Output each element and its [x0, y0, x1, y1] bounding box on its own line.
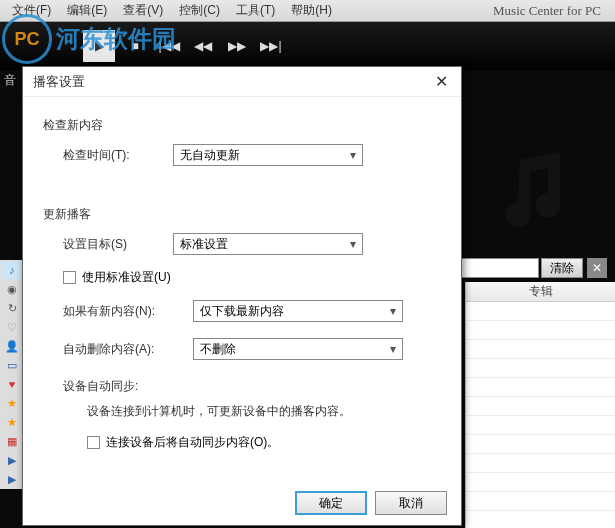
auto-sync-checkbox[interactable] [87, 436, 100, 449]
search-input[interactable] [449, 258, 539, 278]
auto-delete-value: 不删除 [200, 341, 236, 358]
list-row[interactable] [466, 454, 615, 473]
list-row[interactable] [466, 302, 615, 321]
music-note-icon [485, 140, 585, 240]
section-update: 更新播客 [43, 206, 445, 223]
list-row[interactable] [466, 416, 615, 435]
new-content-value: 仅下载最新内容 [200, 303, 284, 320]
sidebar-window-icon[interactable]: ▭ [1, 356, 23, 374]
sidebar-star2-icon[interactable]: ★ [1, 413, 23, 431]
clear-button[interactable]: 清除 [541, 258, 583, 278]
list-row[interactable] [466, 511, 615, 528]
close-icon[interactable]: ✕ [431, 72, 451, 92]
sidebar: ♪ ◉ ↻ ♡ 👤 ▭ ♥ ★ ★ ▦ ▶ ▶ [0, 260, 24, 489]
list-row[interactable] [466, 340, 615, 359]
sidebar-heart-icon[interactable]: ♡ [1, 318, 23, 336]
list-row[interactable] [466, 397, 615, 416]
sidebar-grid-icon[interactable]: ▦ [1, 432, 23, 450]
auto-delete-label: 自动删除内容(A): [63, 341, 193, 358]
dialog-titlebar: 播客设置 ✕ [23, 67, 461, 97]
target-label: 设置目标(S) [63, 236, 173, 253]
auto-delete-combo[interactable]: 不删除 [193, 338, 403, 360]
use-standard-checkbox[interactable] [63, 271, 76, 284]
close-search-icon[interactable]: ✕ [587, 258, 607, 278]
dialog-body: 检查新内容 检查时间(T): 无自动更新 更新播客 设置目标(S) 标准设置 使… [23, 97, 461, 477]
track-list: 专辑 [465, 282, 615, 528]
app-title: Music Center for PC [493, 3, 601, 19]
list-row[interactable] [466, 378, 615, 397]
menu-help[interactable]: 帮助(H) [283, 0, 340, 21]
new-content-combo[interactable]: 仅下载最新内容 [193, 300, 403, 322]
target-value: 标准设置 [180, 236, 228, 253]
tab-music[interactable]: 音 [4, 72, 16, 89]
auto-sync-label: 连接设备后将自动同步内容(O)。 [106, 434, 279, 451]
watermark-logo: PC [2, 14, 52, 64]
new-content-label: 如果有新内容(N): [63, 303, 193, 320]
sidebar-user-icon[interactable]: 👤 [1, 337, 23, 355]
use-standard-label: 使用标准设置(U) [82, 269, 171, 286]
sidebar-play1-icon[interactable]: ▶ [1, 451, 23, 469]
sidebar-fav-icon[interactable]: ♥ [1, 375, 23, 393]
sidebar-music-icon[interactable]: ♪ [1, 261, 23, 279]
menu-control[interactable]: 控制(C) [171, 0, 228, 21]
check-time-value: 无自动更新 [180, 147, 240, 164]
ok-button[interactable]: 确定 [295, 491, 367, 515]
list-row[interactable] [466, 435, 615, 454]
menu-tools[interactable]: 工具(T) [228, 0, 283, 21]
list-row[interactable] [466, 473, 615, 492]
sidebar-disc-icon[interactable]: ◉ [1, 280, 23, 298]
column-album[interactable]: 专辑 [466, 282, 615, 302]
list-row[interactable] [466, 492, 615, 511]
podcast-settings-dialog: 播客设置 ✕ 检查新内容 检查时间(T): 无自动更新 更新播客 设置目标(S)… [22, 66, 462, 526]
check-time-combo[interactable]: 无自动更新 [173, 144, 363, 166]
sidebar-star1-icon[interactable]: ★ [1, 394, 23, 412]
check-time-label: 检查时间(T): [63, 147, 173, 164]
target-combo[interactable]: 标准设置 [173, 233, 363, 255]
next-track-button[interactable]: ▶▶| [257, 32, 285, 60]
sync-description: 设备连接到计算机时，可更新设备中的播客内容。 [87, 403, 445, 420]
list-row[interactable] [466, 321, 615, 340]
list-row[interactable] [466, 359, 615, 378]
section-check-new: 检查新内容 [43, 117, 445, 134]
watermark-text: 河东软件园 [56, 23, 176, 55]
sidebar-refresh-icon[interactable]: ↻ [1, 299, 23, 317]
watermark: PC 河东软件园 [0, 14, 176, 64]
sync-title: 设备自动同步: [63, 378, 445, 395]
sidebar-play2-icon[interactable]: ▶ [1, 470, 23, 488]
dialog-title: 播客设置 [33, 73, 85, 91]
cancel-button[interactable]: 取消 [375, 491, 447, 515]
rewind-button[interactable]: ◀◀ [189, 32, 217, 60]
forward-button[interactable]: ▶▶ [223, 32, 251, 60]
